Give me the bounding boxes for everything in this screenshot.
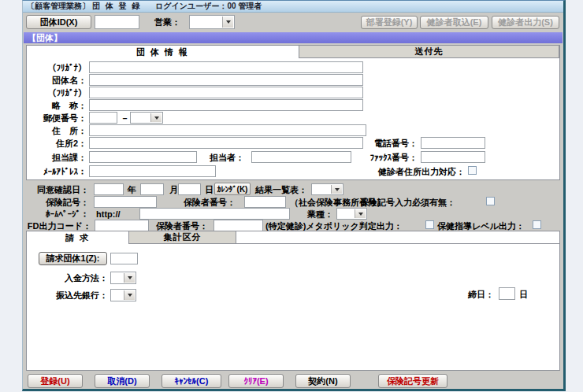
address-input[interactable] <box>89 124 366 136</box>
http-prefix-label: http:// <box>96 209 121 219</box>
closing-day-label: 締日： <box>468 290 494 299</box>
guidance-level-checkbox[interactable] <box>533 220 541 229</box>
address2-input[interactable] <box>89 137 363 149</box>
fax-input[interactable] <box>421 151 485 163</box>
short-name-input[interactable] <box>89 99 363 111</box>
address-label: 住 所： <box>27 126 87 135</box>
chevron-down-icon[interactable] <box>355 209 366 218</box>
insurer-number-label: 保険者番号： <box>184 198 236 207</box>
closing-day-input[interactable] <box>499 287 515 300</box>
insurer-number-input[interactable] <box>244 196 286 208</box>
tab-filler <box>236 231 559 244</box>
symbol-required-label: 保険記号入力必須有無： <box>360 198 455 207</box>
app-window: 〔顧客管理業務〕 団 体 登 録 ログインユーザー：00 管理者 団体ID(X)… <box>22 0 566 391</box>
page-title: 団 体 登 録 <box>92 1 141 12</box>
tab-aggregation[interactable]: 集計区分 <box>129 231 236 244</box>
section-header: 【団体】 <box>24 32 563 43</box>
person-input[interactable] <box>251 151 351 163</box>
sales-select[interactable] <box>189 15 235 29</box>
section-input[interactable] <box>89 151 197 163</box>
chevron-down-icon[interactable] <box>124 290 135 300</box>
sales-label: 営業： <box>154 17 180 27</box>
consent-day-input[interactable] <box>178 183 201 195</box>
tab-group-info[interactable]: 団 体 情 報 <box>27 46 299 58</box>
year-label: 年 <box>128 185 136 194</box>
billing-group-input[interactable] <box>110 253 138 264</box>
section-label: 担当課： <box>27 153 87 162</box>
consent-month-input[interactable] <box>140 183 164 195</box>
metabo-output-checkbox[interactable] <box>425 220 434 229</box>
dept-register-button[interactable]: 部署登録(Y) <box>361 16 418 29</box>
contract-button[interactable]: 契約(N) <box>295 374 351 388</box>
postal-code1-input[interactable] <box>89 112 117 124</box>
phone-label: 電話番号： <box>345 139 418 148</box>
billing-box: 請 求 集計区分 請求団体1(Z): 入金方法： 振込先銀行： 締日： 日 <box>26 231 560 371</box>
phone-input[interactable] <box>421 137 485 149</box>
chevron-down-icon[interactable] <box>222 17 233 28</box>
chevron-down-icon[interactable] <box>331 185 342 194</box>
email-label: ﾒｰﾙｱﾄﾞﾚｽ： <box>27 167 87 176</box>
person-label: 担当者： <box>210 153 244 162</box>
tab-billing[interactable]: 請 求 <box>27 231 129 244</box>
insurance-symbol-input[interactable] <box>94 196 157 208</box>
cancel-button[interactable]: ｷｬﾝｾﾙ(C) <box>162 374 221 388</box>
address2-label: 住所2： <box>27 139 87 148</box>
homepage-input[interactable] <box>139 208 290 220</box>
result-list-label: 結果一覧表： <box>255 185 307 194</box>
furigana2-input[interactable] <box>89 87 363 98</box>
furigana2-label: （ﾌﾘｶﾞﾅ） <box>27 88 87 98</box>
group-name-label: 団体名： <box>27 76 87 85</box>
billing-group-button[interactable]: 請求団体1(Z): <box>39 252 107 265</box>
symbol-required-checkbox[interactable] <box>486 197 495 205</box>
furigana1-label: （ﾌﾘｶﾞﾅ） <box>27 63 87 72</box>
screen: 〔顧客管理業務〕 団 体 登 録 ログインユーザー：00 管理者 団体ID(X)… <box>0 0 583 392</box>
fd-insurer-input[interactable] <box>214 220 263 231</box>
group-id-input[interactable] <box>95 15 139 29</box>
insurance-symbol-label: 保険記号： <box>28 198 89 207</box>
addr-print-label: 健診者住所出力対応： <box>340 167 465 176</box>
chevron-down-icon[interactable] <box>150 113 162 122</box>
postal-label: 郵便番号： <box>27 113 87 123</box>
fd-code-input[interactable] <box>95 220 149 231</box>
calendar-button[interactable]: ｶﾚﾝﾀﾞ(K) <box>214 183 251 195</box>
bank-label: 振込先銀行： <box>43 290 108 300</box>
group-id-button[interactable]: 団体ID(X) <box>26 15 91 29</box>
short-name-label: 略 称： <box>27 101 87 110</box>
closing-day-suffix: 日 <box>519 290 528 299</box>
undo-button[interactable]: 取消(D) <box>95 374 150 388</box>
consent-year-input[interactable] <box>94 183 124 195</box>
bank-select[interactable] <box>110 289 136 301</box>
group-name-input[interactable] <box>89 74 363 86</box>
fd-insurer-label: 保険者番号： <box>156 221 208 231</box>
titlebar: 〔顧客管理業務〕 団 体 登 録 ログインユーザー：00 管理者 <box>23 1 563 13</box>
clear-button[interactable]: ｸﾘｱ(E) <box>228 374 284 388</box>
chevron-down-icon[interactable] <box>124 273 135 283</box>
insurance-symbol-update-button[interactable]: 保険記号更新 <box>378 374 447 388</box>
metabo-output-label: (特定健診)メタボリック判定出力： <box>266 221 403 231</box>
postal-dash: － <box>121 113 129 123</box>
login-user: ログインユーザー：00 管理者 <box>155 1 262 12</box>
month-label: 月 <box>169 185 178 194</box>
homepage-label: ﾎｰﾑﾍﾟｰｼﾞ： <box>28 209 89 219</box>
fax-label: ﾌｧｯｸｽ番号： <box>338 153 418 162</box>
examinee-import-button[interactable]: 健診者取込(E) <box>420 16 488 29</box>
examinee-export-button[interactable]: 健診者出力(S) <box>492 16 559 29</box>
industry-label: 業種： <box>307 209 333 219</box>
payment-method-select[interactable] <box>110 272 136 284</box>
industry-select[interactable] <box>336 208 367 220</box>
consent-date-label: 同意確認日： <box>28 185 89 194</box>
tab-shipping-address[interactable]: 送付先 <box>299 46 559 58</box>
furigana1-input[interactable] <box>89 61 363 73</box>
register-button[interactable]: 登録(U) <box>28 374 83 388</box>
app-label: 〔顧客管理業務〕 <box>27 1 90 12</box>
fd-code-label: FD出力コード： <box>23 221 91 231</box>
guidance-level-label: 保健指導レベル出力： <box>437 221 525 231</box>
addr-print-checkbox[interactable] <box>468 166 477 175</box>
email-input[interactable] <box>89 165 216 177</box>
payment-method-label: 入金方法： <box>43 273 108 283</box>
result-list-select[interactable] <box>311 183 343 195</box>
group-info-box: 団 体 情 報 送付先 （ﾌﾘｶﾞﾅ） 団体名： （ﾌﾘｶﾞﾅ） 略 称： 郵便… <box>26 45 560 180</box>
postal-code2-select[interactable] <box>130 112 163 124</box>
day-label: 日 <box>205 185 214 194</box>
